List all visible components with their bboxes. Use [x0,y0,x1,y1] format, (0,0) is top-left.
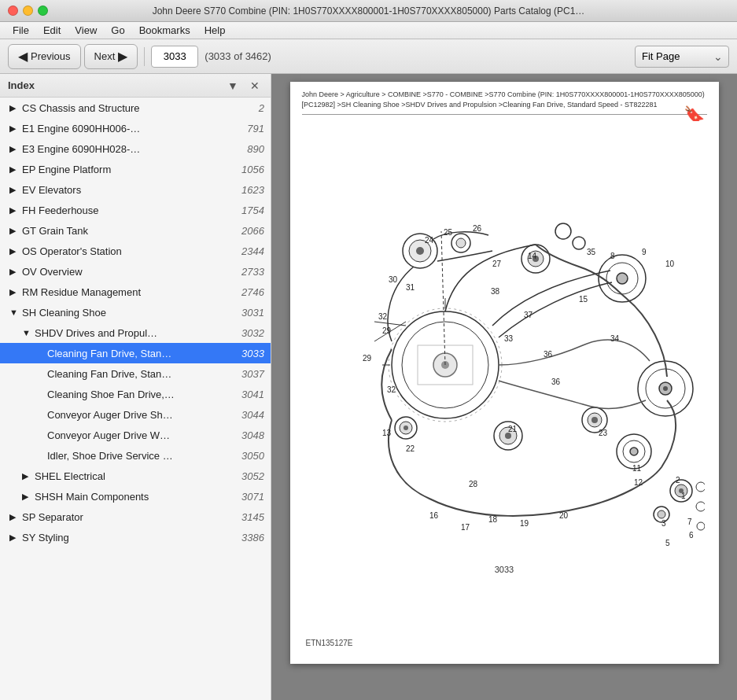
svg-text:15: 15 [579,295,588,304]
menu-help[interactable]: Help [198,23,232,38]
svg-text:28: 28 [469,480,478,488]
svg-point-18 [663,386,668,391]
sidebar-content[interactable]: ▶CS Chassis and Structure2▶E1 Engine 609… [0,98,271,700]
sidebar-item-isds[interactable]: Idler, Shoe Drive Service …3050 [0,445,271,466]
sidebar-item-page-isds: 3050 [241,450,264,462]
sidebar-item-os[interactable]: ▶OS Operator's Station2344 [0,241,271,261]
sidebar-item-page-cfds: 3033 [241,348,264,359]
fit-page-select[interactable]: Fit Page Fit Width Fit Height 25% 50% 75… [635,46,729,68]
main-layout: Index ▼ ✕ ▶CS Chassis and Structure2▶E1 … [0,74,737,700]
sidebar-item-cfds2[interactable]: Cleaning Fan Drive, Stan…3037 [0,363,271,384]
sidebar-item-label-cfds: Cleaning Fan Drive, Stan… [47,348,241,359]
svg-text:30: 30 [389,275,398,284]
sidebar-item-ov[interactable]: ▶OV Overview2733 [0,261,271,282]
svg-text:5: 5 [665,539,670,547]
sidebar-item-page-fh: 1754 [241,204,264,216]
sidebar-item-sy[interactable]: ▶SY Styling3386 [0,527,271,547]
sidebar-item-shsh[interactable]: ▶SHSH Main Components3071 [0,486,271,507]
sidebar-item-ep[interactable]: ▶EP Engine Platform1056 [0,159,271,179]
content-area[interactable]: John Deere > Agriculture > COMBINE >S770… [271,74,737,700]
minimize-button[interactable] [23,6,33,16]
svg-text:3: 3 [661,519,666,528]
sidebar-item-e3[interactable]: ▶E3 Engine 6090HH028-…890 [0,138,271,159]
prev-button[interactable]: ◀ Previous [8,44,81,69]
menu-edit[interactable]: Edit [37,23,67,38]
svg-text:33: 33 [504,334,514,343]
sidebar-item-label-csfd: Cleaning Shoe Fan Drive,… [47,389,241,400]
sidebar-item-arrow-ep: ▶ [9,164,19,175]
sidebar-sort-button[interactable]: ▼ [225,78,241,94]
sidebar-item-cs[interactable]: ▶CS Chassis and Structure2 [0,98,271,118]
sidebar-item-label-cfds2: Cleaning Fan Drive, Stan… [47,368,241,380]
sidebar-item-cfds[interactable]: Cleaning Fan Drive, Stan…3033 [0,343,271,363]
sidebar-item-rm[interactable]: ▶RM Residue Management2746 [0,282,271,302]
sidebar-close-button[interactable]: ✕ [247,78,263,94]
traffic-lights [8,6,48,16]
sidebar-item-page-e3: 890 [247,143,264,155]
diagram-svg: 8 9 10 1 2 3 5 6 7 11 12 13 14 15 [304,121,705,562]
sidebar-item-arrow-e1: ▶ [9,123,19,134]
sidebar-title: Index [8,79,35,91]
svg-text:17: 17 [461,523,470,532]
page-number: 3033 [495,565,514,574]
sidebar-item-label-rm: RM Residue Management [22,286,241,298]
sidebar-item-label-isds: Idler, Shoe Drive Service … [47,450,241,462]
sidebar-item-arrow-sp: ▶ [9,512,19,522]
menu-view[interactable]: View [68,23,103,38]
sidebar-item-cadw[interactable]: Conveyor Auger Drive W…3048 [0,425,271,445]
sidebar-item-shel[interactable]: ▶SHEL Electrical3052 [0,466,271,486]
sidebar-item-label-ev: EV Elevators [22,184,241,196]
svg-text:25: 25 [444,228,453,237]
sidebar-item-label-sy: SY Styling [22,532,241,543]
sidebar-item-label-e1: E1 Engine 6090HH006-… [22,123,247,134]
sidebar-item-arrow-shdv: ▼ [22,328,31,337]
svg-text:36: 36 [544,350,553,359]
svg-text:29: 29 [363,354,372,363]
svg-text:2: 2 [676,476,680,484]
sidebar-item-fh[interactable]: ▶FH Feederhouse1754 [0,200,271,220]
sidebar-item-arrow-ov: ▶ [9,267,19,277]
menu-go[interactable]: Go [105,23,131,38]
svg-point-21 [630,448,638,455]
svg-text:11: 11 [632,464,642,473]
sidebar-item-csfd[interactable]: Cleaning Shoe Fan Drive,…3041 [0,384,271,404]
close-button[interactable] [8,6,18,16]
svg-text:10: 10 [665,260,675,268]
menu-bookmarks[interactable]: Bookmarks [133,23,197,38]
sidebar-item-shdv[interactable]: ▼SHDV Drives and Propul…3032 [0,322,271,343]
sidebar-item-page-ev: 1623 [241,184,264,196]
window-title: John Deere S770 Combine (PIN: 1H0S770XXX… [0,6,737,17]
menu-bar: File Edit View Go Bookmarks Help [0,22,737,39]
sidebar-item-arrow-e3: ▶ [9,144,19,154]
sidebar-item-label-fh: FH Feederhouse [22,204,241,216]
sidebar-item-arrow-ev: ▶ [9,185,19,195]
sidebar-item-sh[interactable]: ▼SH Cleaning Shoe3031 [0,302,271,322]
svg-text:7: 7 [687,518,692,526]
svg-text:19: 19 [520,519,529,528]
toolbar-separator [144,47,145,66]
page-input[interactable] [151,46,198,68]
svg-text:26: 26 [473,224,482,233]
svg-text:34: 34 [610,334,620,343]
sidebar-item-page-gt: 2066 [241,225,264,237]
svg-text:9: 9 [642,248,647,256]
page-content: John Deere > Agriculture > COMBINE >S770… [290,82,719,590]
sidebar-item-cads[interactable]: Conveyor Auger Drive Sh…3044 [0,404,271,425]
sidebar-item-label-gt: GT Grain Tank [22,225,241,237]
next-label: Next [94,50,116,62]
maximize-button[interactable] [38,6,48,16]
sidebar-item-ev[interactable]: ▶EV Elevators1623 [0,179,271,200]
page-diagram: 8 9 10 1 2 3 5 6 7 11 12 13 14 15 [302,121,707,562]
sidebar-item-sp[interactable]: ▶SP Separator3145 [0,507,271,527]
svg-text:21: 21 [508,425,518,433]
sidebar-item-e1[interactable]: ▶E1 Engine 6090HH006-…791 [0,118,271,138]
sidebar-item-label-shel: SHEL Electrical [35,470,241,482]
svg-text:13: 13 [382,429,392,437]
next-button[interactable]: Next ▶ [84,44,138,69]
sidebar-item-page-e1: 791 [247,123,264,134]
sidebar-item-gt[interactable]: ▶GT Grain Tank2066 [0,220,271,241]
sidebar-item-page-ov: 2733 [241,266,264,278]
menu-file[interactable]: File [6,23,35,38]
sidebar-item-label-e3: E3 Engine 6090HH028-… [22,143,247,155]
sidebar-item-arrow-fh: ▶ [9,205,19,216]
